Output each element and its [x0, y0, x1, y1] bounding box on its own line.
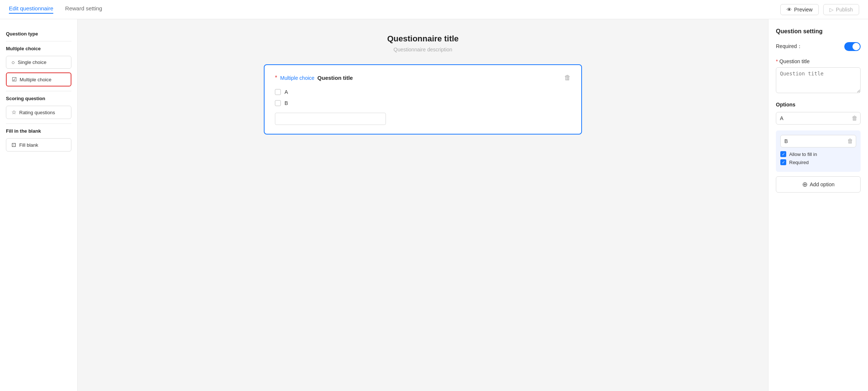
- option-b-delete-btn[interactable]: 🗑: [847, 138, 853, 144]
- allow-fill-label: Allow to fill in: [789, 152, 817, 157]
- sub-required-checkbox[interactable]: ✓: [780, 159, 786, 165]
- required-label: Required：: [776, 43, 802, 50]
- preview-button[interactable]: 👁 Preview: [780, 4, 819, 15]
- question-title-input[interactable]: [776, 67, 861, 93]
- toggle-knob: [852, 43, 860, 50]
- left-sidebar: Question type Multiple choice ○ Single c…: [0, 19, 78, 391]
- publish-button[interactable]: ▷ Publish: [823, 4, 859, 15]
- nav-tabs: Edit questionnaire Reward setting: [9, 5, 102, 14]
- option-a-input[interactable]: [776, 112, 861, 125]
- required-setting-row: Required：: [776, 42, 861, 51]
- add-option-button[interactable]: ⊕ Add option: [776, 176, 861, 193]
- sub-required-check-icon: ✓: [782, 160, 785, 165]
- questionnaire-header: Questionnaire title Questionnaire descri…: [100, 34, 746, 52]
- fill-icon: ⊡: [11, 142, 16, 148]
- nav-actions: 👁 Preview ▷ Publish: [780, 4, 859, 15]
- fill-blank-btn[interactable]: ⊡ Fill blank: [6, 138, 71, 152]
- question-card-header: * Multiple choice Question title 🗑: [275, 74, 571, 82]
- option-b-input[interactable]: [780, 135, 856, 147]
- allow-fill-check-icon: ✓: [782, 152, 785, 157]
- option-b-box: 🗑 ✓ Allow to fill in ✓ Required: [776, 130, 861, 172]
- checkbox-icon: ☑: [12, 76, 17, 83]
- tab-reward-setting[interactable]: Reward setting: [65, 5, 102, 14]
- top-nav: Edit questionnaire Reward setting 👁 Prev…: [0, 0, 868, 19]
- question-card[interactable]: * Multiple choice Question title 🗑 A B: [264, 64, 582, 135]
- right-sidebar: Question setting Required： * Question ti…: [768, 19, 868, 391]
- option-row-a: A: [275, 89, 571, 95]
- section-fill-label: Fill in the blank: [6, 128, 71, 134]
- option-b-input-row: 🗑: [780, 135, 856, 147]
- divider-2: [6, 91, 71, 91]
- divider-3: [6, 123, 71, 124]
- checkbox-a[interactable]: [275, 89, 281, 95]
- rating-btn[interactable]: ☆ Rating questions: [6, 106, 71, 119]
- option-row-b: B: [275, 100, 571, 106]
- option-b-label: B: [285, 100, 288, 106]
- right-sidebar-title: Question setting: [776, 28, 861, 35]
- main-layout: Question type Multiple choice ○ Single c…: [0, 19, 868, 391]
- question-type-tag: Multiple choice: [280, 75, 314, 81]
- fill-in-input[interactable]: [275, 113, 386, 125]
- delete-question-icon[interactable]: 🗑: [564, 74, 571, 82]
- multiple-choice-btn[interactable]: ☑ Multiple choice: [6, 72, 71, 86]
- question-title-field: * Question title: [776, 58, 861, 102]
- allow-fill-checkbox[interactable]: ✓: [780, 151, 786, 157]
- sub-required-label: Required: [789, 160, 809, 165]
- questionnaire-title: Questionnaire title: [100, 34, 746, 44]
- questionnaire-description: Questionnaire description: [100, 47, 746, 52]
- option-a-label: A: [285, 89, 288, 95]
- question-label-row: * Multiple choice Question title: [275, 75, 353, 81]
- star-icon: ☆: [11, 109, 16, 116]
- single-choice-btn[interactable]: ○ Single choice: [6, 56, 71, 69]
- question-title-star: *: [776, 58, 778, 64]
- sub-required-row: ✓ Required: [780, 159, 856, 165]
- center-canvas: Questionnaire title Questionnaire descri…: [78, 19, 768, 391]
- play-icon: ▷: [830, 7, 834, 13]
- add-option-plus-icon: ⊕: [802, 180, 808, 188]
- section-multiple-choice-label: Multiple choice: [6, 46, 71, 51]
- question-title-field-label: Question title: [779, 58, 810, 64]
- fill-blank-label: Fill blank: [19, 142, 38, 148]
- single-choice-label: Single choice: [18, 59, 46, 65]
- allow-fill-row: ✓ Allow to fill in: [780, 151, 856, 157]
- add-option-label: Add option: [810, 181, 835, 187]
- question-title-label-row: * Question title: [776, 58, 861, 64]
- multiple-choice-label: Multiple choice: [20, 77, 51, 82]
- rating-label: Rating questions: [19, 110, 55, 115]
- circle-icon: ○: [11, 59, 15, 65]
- required-star: *: [275, 75, 277, 81]
- divider-1: [6, 41, 71, 41]
- question-type-title: Question type: [6, 31, 71, 37]
- question-title-text: Question title: [317, 75, 353, 81]
- options-section-title: Options: [776, 102, 861, 108]
- option-a-input-row: 🗑: [776, 112, 861, 125]
- eye-icon: 👁: [787, 7, 792, 13]
- tab-edit-questionnaire[interactable]: Edit questionnaire: [9, 5, 53, 14]
- checkbox-b[interactable]: [275, 100, 281, 106]
- section-scoring-label: Scoring question: [6, 96, 71, 101]
- option-a-delete-btn[interactable]: 🗑: [852, 115, 858, 122]
- required-toggle[interactable]: [844, 42, 861, 51]
